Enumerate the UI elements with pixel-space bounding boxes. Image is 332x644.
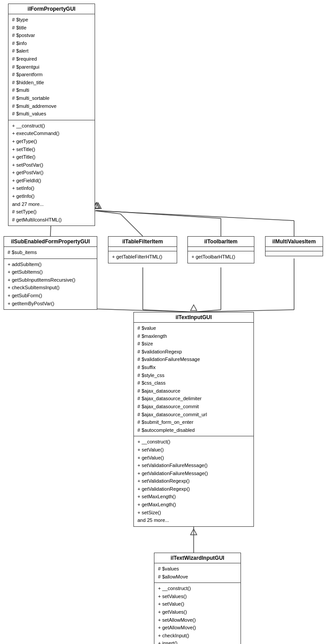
class-box-ilFormPropertyGUI: ilFormPropertyGUI # $type # $title # $po… xyxy=(8,4,95,226)
class-title-ilTextInputGUI: ilTextInputGUI xyxy=(134,312,253,323)
class-methods-ilToolbarItem: + getToolbarHTML() xyxy=(188,251,254,263)
class-box-ilTableFilterItem: ilTableFilterItem + getTableFilterHTML() xyxy=(108,236,177,263)
svg-line-9 xyxy=(97,211,294,221)
class-attrs-ilMultiValuesItem xyxy=(266,247,323,251)
class-box-ilMultiValuesItem: ilMultiValuesItem xyxy=(265,236,323,256)
class-methods-ilTextWizardInputGUI: + __construct() + setValues() + setValue… xyxy=(154,583,241,644)
class-title-ilTableFilterItem: ilTableFilterItem xyxy=(108,237,177,247)
class-methods-ilSubEnabledFormPropertyGUI: + addSubItem() + getSubItems() + getSubI… xyxy=(4,259,97,310)
svg-marker-10 xyxy=(95,203,101,209)
class-box-ilSubEnabledFormPropertyGUI: ilSubEnabledFormPropertyGUI # $sub_items… xyxy=(4,236,97,310)
class-title-ilMultiValuesItem: ilMultiValuesItem xyxy=(266,237,323,247)
class-box-ilTextWizardInputGUI: ilTextWizardInputGUI # $values # $allowM… xyxy=(154,553,241,644)
svg-marker-21 xyxy=(191,529,197,535)
class-title-ilTextWizardInputGUI: ilTextWizardInputGUI xyxy=(154,553,241,563)
class-methods-ilTableFilterItem: + getTableFilterHTML() xyxy=(108,251,177,263)
class-title-ilFormPropertyGUI: ilFormPropertyGUI xyxy=(8,4,95,14)
class-title-ilToolbarItem: ilToolbarItem xyxy=(188,237,254,247)
class-methods-ilTextInputGUI: + __construct() + setValue() + getValue(… xyxy=(134,436,253,526)
diagram-container: ilFormPropertyGUI # $type # $title # $po… xyxy=(0,0,332,644)
class-attrs-ilTextWizardInputGUI: # $values # $allowMove xyxy=(154,563,241,583)
svg-line-6 xyxy=(96,210,221,218)
class-attrs-ilToolbarItem xyxy=(188,247,254,251)
class-methods-ilMultiValuesItem xyxy=(266,251,323,256)
class-attrs-ilTextInputGUI: # $value # $maxlength # $size # $validat… xyxy=(134,323,253,436)
class-box-ilTextInputGUI: ilTextInputGUI # $value # $maxlength # $… xyxy=(133,312,254,527)
class-attrs-ilSubEnabledFormPropertyGUI: # $sub_items xyxy=(4,247,97,259)
class-attrs-ilFormPropertyGUI: # $type # $title # $postvar # $info # $a… xyxy=(8,14,95,120)
svg-line-3 xyxy=(95,211,120,214)
class-attrs-ilTableFilterItem xyxy=(108,247,177,251)
class-methods-ilFormPropertyGUI: + __construct() + executeCommand() + get… xyxy=(8,120,95,226)
class-title-ilSubEnabledFormPropertyGUI: ilSubEnabledFormPropertyGUI xyxy=(4,237,97,247)
class-box-ilToolbarItem: ilToolbarItem + getToolbarHTML() xyxy=(187,236,254,263)
svg-marker-19 xyxy=(191,305,197,311)
svg-line-2 xyxy=(120,214,143,236)
